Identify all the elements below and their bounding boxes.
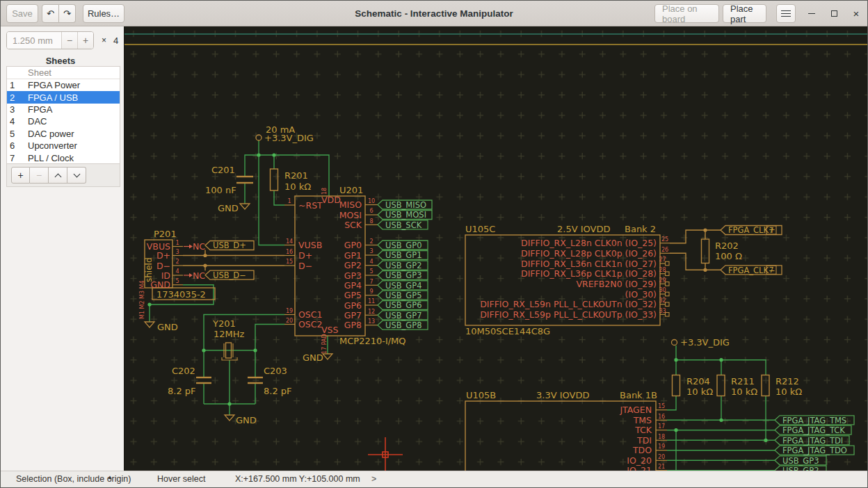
svg-text:U105B: U105B (466, 390, 496, 400)
svg-text:FPGA_CLK−: FPGA_CLK− (728, 266, 775, 275)
net-label-USB_GP2[interactable]: USB_GP2 (378, 261, 428, 270)
net-label-USB_GP5[interactable]: USB_GP5 (378, 291, 428, 300)
svg-text:11: 11 (368, 298, 375, 304)
sheet-add-button[interactable]: + (11, 167, 30, 184)
grid-spacing-decrement-button[interactable]: − (61, 32, 77, 49)
net-label-USB_GP4[interactable]: USB_GP4 (378, 281, 428, 291)
menu-button[interactable] (776, 4, 796, 23)
sheet-row-fpga[interactable]: 3FPGA (7, 104, 120, 115)
svg-text:GP1: GP1 (344, 250, 362, 261)
svg-text:USB_MISO: USB_MISO (385, 200, 426, 210)
minimize-button[interactable] (804, 1, 819, 26)
place-part-button[interactable]: Place part (723, 4, 766, 23)
svg-text:6: 6 (369, 208, 373, 214)
status-expand-chevron[interactable]: > (371, 474, 376, 484)
status-bar: Selection (Box, include origin) ▲ Hover … (1, 471, 867, 487)
svg-text:USB_GP3: USB_GP3 (782, 456, 819, 466)
place-on-board-button[interactable]: Place on board (654, 4, 719, 23)
svg-text:27: 27 (659, 257, 666, 263)
junction-dot (203, 254, 207, 257)
sheet-row-fpga-power[interactable]: 1FPGA Power (7, 79, 120, 91)
save-button[interactable]: Save (6, 4, 38, 23)
svg-text:32: 32 (659, 298, 666, 304)
svg-text:9: 9 (369, 288, 373, 295)
svg-text:Bank 1B: Bank 1B (620, 390, 657, 400)
hover-select-label[interactable]: Hover select (157, 474, 205, 484)
rules-button[interactable]: Rules… (83, 4, 124, 23)
svg-text:D−: D− (156, 261, 170, 271)
svg-text:USB_GP8: USB_GP8 (385, 320, 422, 330)
junction-dot (674, 428, 677, 432)
svg-text:JTAGEN: JTAGEN (619, 405, 652, 415)
sheet-move-down-button[interactable] (67, 167, 86, 184)
sheet-row-pll-clock[interactable]: 7PLL / Clock (7, 152, 120, 163)
sheet-row-dac-power[interactable]: 5DAC power (7, 128, 120, 140)
svg-text:USB_D+: USB_D+ (213, 241, 246, 250)
undo-button[interactable]: ↶ (42, 4, 59, 23)
net-label-USB_GP3[interactable]: USB_GP3 (775, 456, 826, 466)
net-label-USB_GP1[interactable]: USB_GP1 (378, 250, 428, 260)
undo-redo-group: ↶ ↷ (42, 4, 76, 23)
svg-text:2: 2 (369, 238, 373, 245)
schematic-canvas[interactable]: USB_MISOUSB_MOSIUSB_SCKUSB_GP0USB_GP1USB… (124, 26, 867, 471)
sheet-remove-button[interactable]: − (30, 167, 49, 184)
svg-text:OSC1: OSC1 (298, 309, 322, 320)
sheet-row-upconverter[interactable]: 6Upconverter (7, 140, 120, 152)
net-label-FPGA_CLK−[interactable]: FPGA_CLK−7 (721, 266, 782, 275)
svg-text:14: 14 (286, 238, 293, 245)
net-label-USB_GP6[interactable]: USB_GP6 (378, 300, 428, 310)
net-label-FPGA_JTAG_TCK[interactable]: FPGA_JTAG_TCK (775, 425, 851, 435)
redo-button[interactable]: ↷ (59, 4, 76, 23)
tool-selector[interactable]: Selection (Box, include origin) (16, 474, 131, 484)
svg-text:VUSB: VUSB (298, 240, 322, 250)
svg-text:DIFFIO_RX_L36n CLK1n (IO_27): DIFFIO_RX_L36n CLK1n (IO_27) (521, 259, 657, 269)
net-label-FPGA_JTAG_TDI[interactable]: FPGA_JTAG_TDI (775, 436, 849, 446)
net-label-USB_GP3[interactable]: USB_GP3 (378, 270, 428, 280)
close-button[interactable]: × (849, 1, 864, 26)
grid-times-label: × (102, 35, 106, 45)
svg-text:USB_GP4: USB_GP4 (385, 281, 422, 291)
svg-text:U201: U201 (339, 185, 363, 195)
maximize-icon (831, 10, 837, 17)
svg-text:(IO_30): (IO_30) (625, 289, 657, 300)
net-label-USB_GP7[interactable]: USB_GP7 (378, 311, 428, 320)
sheet-row-fpga-usb[interactable]: 2FPGA / USB (7, 91, 120, 103)
sheets-column-header[interactable]: Sheet (7, 67, 120, 79)
svg-text:GP7: GP7 (344, 310, 362, 320)
tool-selector-arrow-icon[interactable]: ▲ (107, 474, 113, 480)
sheet-row-dac[interactable]: 4DAC (7, 115, 120, 127)
svg-text:USB_GP5: USB_GP5 (385, 291, 422, 300)
svg-text:C203: C203 (264, 366, 287, 376)
svg-text:33: 33 (659, 308, 666, 314)
net-label-USB_GP8[interactable]: USB_GP8 (378, 320, 428, 330)
grid-spacing-spinbutton: 1.250 mm − + (6, 31, 94, 49)
svg-text:30: 30 (659, 287, 666, 293)
svg-text:2: 2 (175, 259, 179, 265)
net-label-USB_MISO[interactable]: USB_MISO (378, 200, 432, 210)
grid-multiplier-value: 4 (113, 35, 118, 46)
svg-text:16: 16 (658, 414, 665, 420)
junction-dot (674, 358, 677, 361)
svg-text:shield: shield (144, 257, 154, 282)
net-label-FPGA_JTAG_TDO[interactable]: FPGA_JTAG_TDO (775, 446, 854, 455)
net-label-FPGA_CLK+[interactable]: FPGA_CLK+7 (721, 225, 782, 235)
grid-spacing-value[interactable]: 1.250 mm (7, 32, 61, 49)
svg-text:DIFFIO_RX_L59n PLL_L_CLKOUTn (: DIFFIO_RX_L59n PLL_L_CLKOUTn (IO_32) (480, 299, 657, 309)
schematic-svg[interactable]: USB_MISOUSB_MOSIUSB_SCKUSB_GP0USB_GP1USB… (124, 26, 867, 472)
svg-text:USB_GP1: USB_GP1 (385, 250, 422, 260)
svg-text:10 kΩ: 10 kΩ (731, 387, 757, 397)
svg-text:MISO: MISO (339, 200, 362, 210)
net-label-USB_SCK[interactable]: USB_SCK (378, 220, 428, 230)
svg-text:TCK: TCK (634, 425, 652, 435)
grid-spacing-increment-button[interactable]: + (77, 32, 93, 49)
chevron-up-icon (54, 173, 61, 180)
svg-text:15: 15 (658, 403, 665, 409)
net-label-FPGA_JTAG_TMS[interactable]: FPGA_JTAG_TMS (775, 416, 854, 425)
net-label-USB_MOSI[interactable]: USB_MOSI (378, 210, 432, 220)
svg-text:U105C: U105C (465, 224, 495, 234)
net-label-USB_GP0[interactable]: USB_GP0 (378, 241, 428, 250)
sheet-move-up-button[interactable] (49, 167, 67, 184)
maximize-button[interactable] (826, 1, 842, 26)
chevron-down-icon (73, 170, 80, 177)
svg-text:15: 15 (286, 259, 293, 265)
